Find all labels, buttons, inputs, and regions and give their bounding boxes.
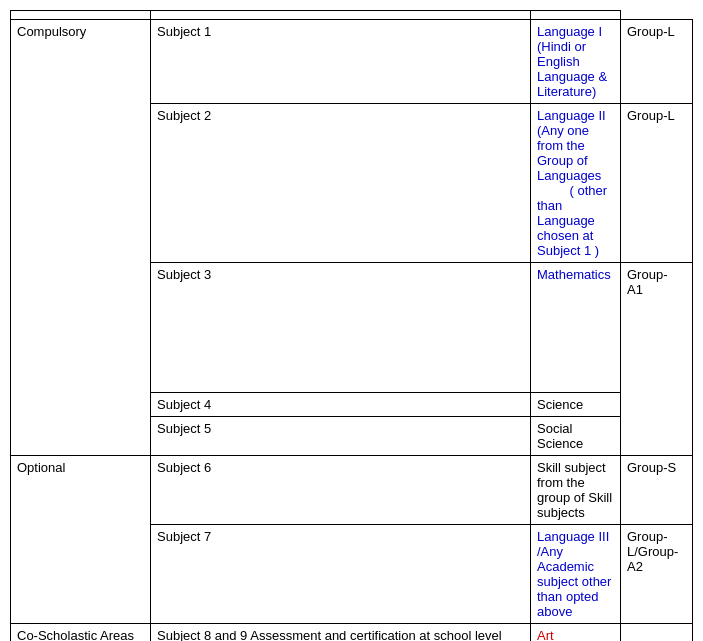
- table-row: Compulsory Subject 1 Language I (Hindi o…: [11, 20, 693, 104]
- header-group: [531, 11, 621, 20]
- subject-name-3: Mathematics: [531, 263, 621, 393]
- group-89: [621, 624, 693, 642]
- subject-num-3: Subject 3: [151, 263, 531, 393]
- subject-name-7: Language III /Any Academic subject other…: [531, 525, 621, 624]
- group-1: Group-L: [621, 20, 693, 104]
- group-2: Group-L: [621, 104, 693, 263]
- subject-num-89: Subject 8 and 9 Assessment and certifica…: [151, 624, 531, 642]
- category-optional: Optional: [11, 456, 151, 624]
- subject-num-7: Subject 7: [151, 525, 531, 624]
- header-subjects: [11, 11, 151, 20]
- subject-name-89: Art Education Health & Physical Educatio…: [531, 624, 621, 642]
- subject-num-1: Subject 1: [151, 20, 531, 104]
- subject-name-5: Social Science: [531, 417, 621, 456]
- group-3: Group- A1: [621, 263, 693, 456]
- group-7: Group-L/Group-A2: [621, 525, 693, 624]
- group-6: Group-S: [621, 456, 693, 525]
- category-compulsory: Compulsory: [11, 20, 151, 456]
- subject-num-4: Subject 4: [151, 393, 531, 417]
- header-names: [151, 11, 531, 20]
- table-row: Co-Scholastic Areas Subject 8 and 9 Asse…: [11, 624, 693, 642]
- subject-name-1: Language I (Hindi or English Language & …: [531, 20, 621, 104]
- category-coscholastic: Co-Scholastic Areas: [11, 624, 151, 642]
- subject-name-4: Science: [531, 393, 621, 417]
- table-row: Optional Subject 6 Skill subject from th…: [11, 456, 693, 525]
- subject-num-6: Subject 6: [151, 456, 531, 525]
- subject-num-2: Subject 2: [151, 104, 531, 263]
- subject-name-2: Language II (Any one from the Group of L…: [531, 104, 621, 263]
- art-education: Art Education: [537, 628, 595, 641]
- subject-num-5: Subject 5: [151, 417, 531, 456]
- subject-name-6: Skill subject from the group of Skill su…: [531, 456, 621, 525]
